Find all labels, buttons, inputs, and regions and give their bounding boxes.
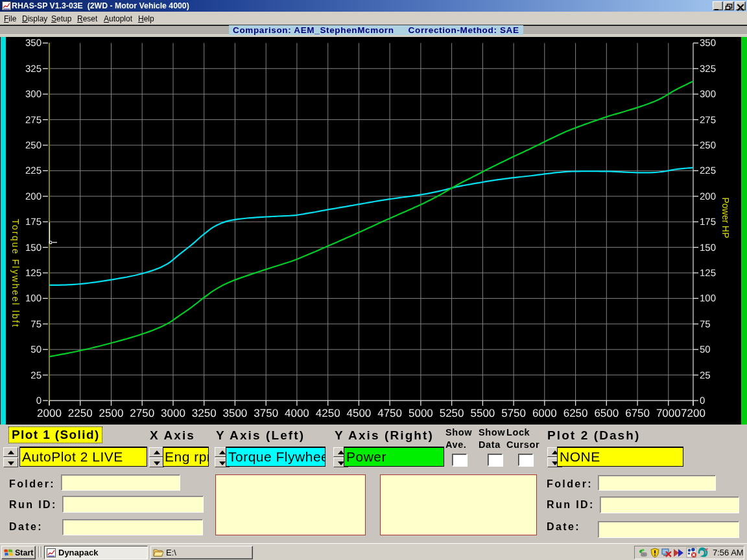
svg-text:6500: 6500 [594,407,619,419]
svg-text:125: 125 [25,268,42,279]
svg-text:3000: 3000 [161,407,185,419]
svg-text:300: 300 [700,89,716,100]
svg-text:4250: 4250 [316,407,340,419]
svg-text:2000: 2000 [37,407,62,419]
svg-text:50: 50 [700,344,711,355]
svg-text:6750: 6750 [625,407,650,419]
svg-text:175: 175 [700,216,716,228]
svg-text:2750: 2750 [130,407,154,419]
svg-text:150: 150 [25,242,42,253]
svg-text:350: 350 [700,38,716,49]
svg-text:325: 325 [700,64,716,75]
svg-text:275: 275 [700,115,716,126]
svg-text:200: 200 [25,191,42,202]
svg-text:7000: 7000 [656,407,681,419]
svg-text:0: 0 [700,395,705,406]
svg-text:50: 50 [30,344,42,355]
svg-text:2250: 2250 [68,407,93,419]
svg-text:225: 225 [700,165,716,176]
svg-text:4500: 4500 [346,407,371,419]
svg-text:75: 75 [30,319,42,330]
svg-text:125: 125 [700,268,716,279]
svg-text:175: 175 [25,216,42,228]
svg-text:2500: 2500 [99,407,124,419]
svg-text:25: 25 [30,370,42,381]
svg-text:5500: 5500 [470,407,495,419]
svg-text:250: 250 [25,140,42,151]
svg-text:325: 325 [25,64,42,75]
svg-text:5000: 5000 [409,407,433,419]
svg-text:100: 100 [700,293,716,304]
svg-text:4750: 4750 [377,407,402,419]
svg-text:300: 300 [25,89,42,100]
svg-text:200: 200 [700,191,716,202]
svg-text:5250: 5250 [440,407,464,419]
svg-text:3750: 3750 [254,407,278,419]
svg-text:0: 0 [36,395,42,406]
svg-text:7200: 7200 [681,407,706,419]
svg-text:3250: 3250 [192,407,217,419]
svg-text:275: 275 [25,115,42,126]
svg-text:100: 100 [25,293,42,304]
svg-text:350: 350 [25,38,42,49]
svg-text:250: 250 [700,140,716,151]
svg-text:6000: 6000 [532,407,557,419]
svg-text:225: 225 [25,165,42,176]
svg-text:150: 150 [700,242,716,253]
svg-text:3500: 3500 [222,407,247,419]
svg-text:25: 25 [700,370,711,381]
svg-text:5750: 5750 [501,407,526,419]
svg-text:75: 75 [700,319,711,330]
svg-text:4000: 4000 [285,407,309,419]
svg-text:6250: 6250 [563,407,588,419]
